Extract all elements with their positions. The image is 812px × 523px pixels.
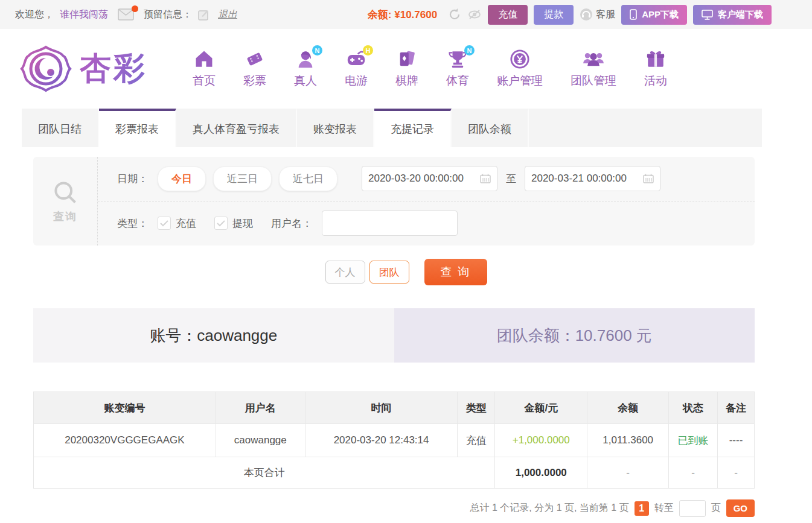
withdraw-button[interactable]: 提款 <box>534 5 574 25</box>
totals-status: - <box>669 457 718 489</box>
client-download-button[interactable]: 客户端下载 <box>693 5 772 25</box>
cell-type: 充值 <box>458 424 495 457</box>
nav-label: 电游 <box>345 73 368 89</box>
checkbox-withdraw-label: 提现 <box>232 217 253 230</box>
pagination-summary: 总计 1 个记录, 分为 1 页, 当前第 1 页 <box>470 502 629 515</box>
filter-date-row: 日期： 今日 近三日 近七日 2020-03-20 00:00:00 至 202… <box>98 157 755 201</box>
records-table: 账变编号 用户名 时间 类型 金额/元 余额 状态 备注 20200320VGG… <box>33 391 755 489</box>
nav-item-promos[interactable]: 活动 <box>630 49 681 89</box>
nav-item-account[interactable]: 账户管理 <box>483 49 557 89</box>
filter-search-block: 查询 <box>33 157 98 246</box>
calendar-icon <box>480 174 491 183</box>
app-download-button[interactable]: APP下载 <box>621 5 687 25</box>
nav-label: 首页 <box>193 73 216 89</box>
balance-value: ¥10.7600 <box>394 9 437 21</box>
range-7days-pill[interactable]: 近七日 <box>279 166 337 191</box>
account-summary-strip: 账号： caowangge 团队余额： 10.7600 元 <box>33 308 755 363</box>
phone-icon <box>630 9 637 20</box>
nav-item-cards[interactable]: 棋牌 <box>382 49 432 89</box>
col-header-remark: 备注 <box>718 392 755 424</box>
nav-item-egames[interactable]: 电游 H <box>331 49 382 89</box>
site-header: 杏彩 首页 彩票 真人 N 电游 H 棋牌 体育 N <box>0 29 812 109</box>
date-from-input[interactable]: 2020-03-20 00:00:00 <box>362 166 497 191</box>
username-input[interactable] <box>322 211 458 236</box>
recharge-button[interactable]: 充值 <box>488 5 528 25</box>
date-to-input[interactable]: 2020-03-21 00:00:00 <box>525 166 660 191</box>
check-icon <box>217 220 225 227</box>
team-balance-block: 团队余额： 10.7600 元 <box>394 308 755 363</box>
personal-button[interactable]: 个人 <box>325 261 365 284</box>
ticket-icon <box>244 49 266 69</box>
monitor-icon <box>702 10 713 20</box>
team-balance-label: 团队余额： <box>497 325 575 346</box>
table-header-row: 账变编号 用户名 时间 类型 金额/元 余额 状态 备注 <box>34 392 755 424</box>
cell-remark: ---- <box>718 424 755 457</box>
refresh-icon[interactable] <box>448 8 461 21</box>
notification-dot <box>132 5 138 12</box>
account-value: caowangge <box>197 326 277 345</box>
username-link[interactable]: 谁伴我闯荡 <box>60 8 108 21</box>
date-label: 日期： <box>117 172 148 186</box>
nav-item-team[interactable]: 团队管理 <box>557 49 630 89</box>
go-button[interactable]: GO <box>726 499 755 517</box>
reserved-info-label: 预留信息： <box>144 8 192 21</box>
col-header-username: 用户名 <box>216 392 305 424</box>
action-buttons-row: 个人 团队 查 询 <box>0 259 812 285</box>
welcome-text: 欢迎您， <box>15 8 54 21</box>
checkbox-recharge-label: 充值 <box>176 217 196 230</box>
goto-page-input[interactable] <box>679 500 706 517</box>
totals-balance: - <box>587 457 669 489</box>
customer-service-link[interactable]: 客服 <box>580 8 615 21</box>
cards-icon <box>396 49 418 69</box>
range-today-pill[interactable]: 今日 <box>158 166 206 191</box>
search-icon <box>52 179 78 206</box>
tab-account-change-report[interactable]: 账变报表 <box>297 109 374 147</box>
badge-n: N <box>464 45 475 55</box>
tab-live-sports-report[interactable]: 真人体育盈亏报表 <box>176 109 297 147</box>
nav-item-home[interactable]: 首页 <box>179 49 229 89</box>
nav-label: 体育 <box>446 73 469 89</box>
flower-logo-icon <box>17 43 75 94</box>
nav-item-sports[interactable]: 体育 N <box>432 49 483 89</box>
nav-item-live[interactable]: 真人 N <box>280 49 331 89</box>
tab-team-balance[interactable]: 团队余额 <box>452 109 529 147</box>
gift-icon <box>645 49 667 69</box>
checkbox-withdraw[interactable] <box>214 217 228 230</box>
table-totals-row: 本页合计 1,000.0000 - - - <box>34 457 755 489</box>
home-icon <box>193 49 215 69</box>
nav-item-lottery[interactable]: 彩票 <box>229 49 280 89</box>
team-button[interactable]: 团队 <box>369 261 409 284</box>
page-number-button[interactable]: 1 <box>635 501 649 516</box>
brand-name: 杏彩 <box>80 48 147 90</box>
checkbox-recharge[interactable] <box>158 217 171 230</box>
cell-amount: +1,000.0000 <box>495 424 587 457</box>
table-row: 20200320VGGGEGAAGK caowangge 2020-03-20 … <box>34 424 755 457</box>
topbar: 欢迎您， 谁伴我闯荡 预留信息： 退出 余额: ¥10.7600 充值 提款 客… <box>0 0 812 29</box>
customer-service-label: 客服 <box>596 8 615 21</box>
tab-lottery-report[interactable]: 彩票报表 <box>99 109 176 147</box>
type-label: 类型： <box>117 217 148 230</box>
search-block-label: 查询 <box>53 209 77 224</box>
mail-icon[interactable] <box>118 8 134 21</box>
check-icon <box>160 220 168 227</box>
cell-username: caowangge <box>216 424 305 457</box>
range-3days-pill[interactable]: 近三日 <box>213 166 272 191</box>
date-to-label: 至 <box>506 172 516 186</box>
nav-label: 团队管理 <box>571 73 616 89</box>
filter-type-row: 类型： 充值 提现 用户名： <box>98 201 755 246</box>
query-button[interactable]: 查 询 <box>424 259 487 285</box>
pagination-bar: 总计 1 个记录, 分为 1 页, 当前第 1 页 1 转至 页 GO <box>33 499 755 517</box>
account-block: 账号： caowangge <box>33 308 394 363</box>
totals-amount: 1,000.0000 <box>495 457 587 489</box>
tab-team-daily[interactable]: 团队日结 <box>22 109 99 147</box>
cell-time: 2020-03-20 12:43:14 <box>305 424 458 457</box>
edit-icon[interactable] <box>198 9 209 21</box>
client-download-label: 客户端下载 <box>718 9 763 21</box>
tab-deposit-withdraw-records[interactable]: 充提记录 <box>374 109 452 147</box>
badge-n: N <box>312 45 322 55</box>
hide-balance-icon[interactable] <box>467 8 482 21</box>
brand-logo[interactable]: 杏彩 <box>17 43 147 94</box>
badge-h: H <box>363 45 373 55</box>
logout-link[interactable]: 退出 <box>218 8 237 21</box>
cell-balance: 1,011.3600 <box>587 424 669 457</box>
